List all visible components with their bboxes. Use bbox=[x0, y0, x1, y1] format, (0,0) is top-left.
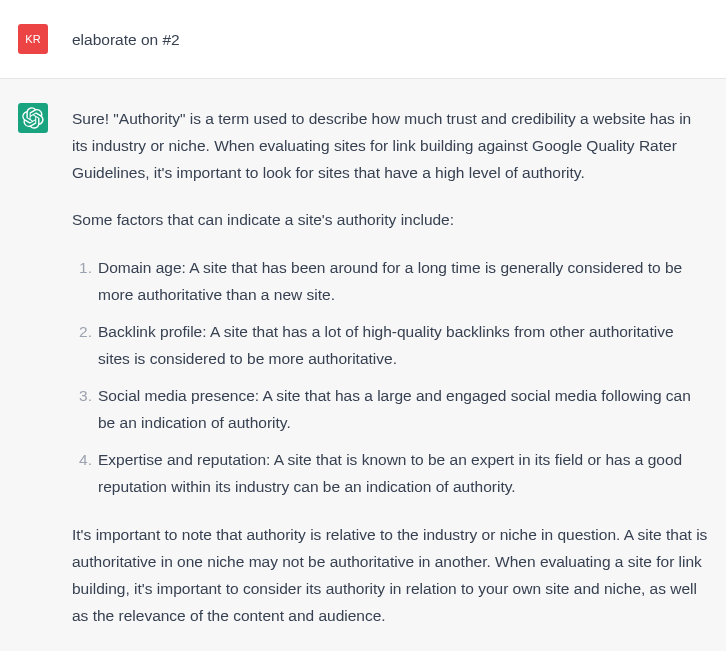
assistant-message-row: Sure! "Authority" is a term used to desc… bbox=[0, 79, 726, 651]
list-item: Social media presence: A site that has a… bbox=[98, 382, 708, 436]
list-item: Domain age: A site that has been around … bbox=[98, 254, 708, 308]
user-message-content: elaborate on #2 bbox=[72, 24, 708, 54]
user-initials: KR bbox=[25, 33, 40, 45]
assistant-avatar bbox=[18, 103, 48, 133]
assistant-lead-paragraph: Some factors that can indicate a site's … bbox=[72, 206, 708, 233]
assistant-ordered-list: Domain age: A site that has been around … bbox=[72, 254, 708, 501]
user-avatar: KR bbox=[18, 24, 48, 54]
list-item: Expertise and reputation: A site that is… bbox=[98, 446, 708, 500]
user-message-text: elaborate on #2 bbox=[72, 31, 180, 48]
assistant-intro-paragraph: Sure! "Authority" is a term used to desc… bbox=[72, 105, 708, 186]
list-item: Backlink profile: A site that has a lot … bbox=[98, 318, 708, 372]
user-message-row: KR elaborate on #2 bbox=[0, 0, 726, 79]
openai-icon bbox=[22, 107, 44, 129]
assistant-outro-paragraph: It's important to note that authority is… bbox=[72, 521, 708, 630]
assistant-message-content: Sure! "Authority" is a term used to desc… bbox=[72, 103, 708, 629]
